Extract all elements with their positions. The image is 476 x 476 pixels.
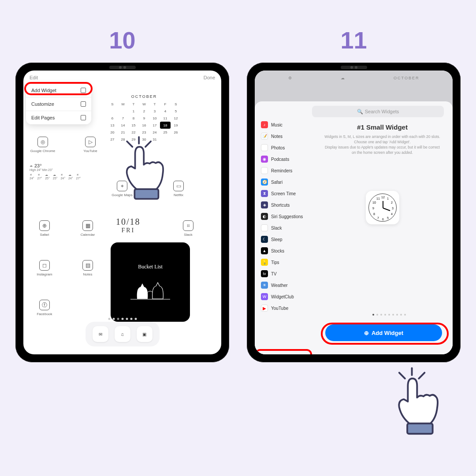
weather-widget[interactable]: ☁ 23° High 24° Min 23° ☀24°☀27°☁25°☁25°☀… — [30, 163, 100, 180]
sidebar-app-music[interactable]: ♪Music — [258, 119, 312, 130]
app-sidebar: ♪Music📝Notes❀Photos◉Podcasts☰Reminders🧭S… — [255, 101, 312, 354]
sidebar-app-stocks[interactable]: ▲Stocks — [258, 245, 312, 257]
svg-text:1: 1 — [387, 197, 389, 200]
svg-text:3: 3 — [392, 207, 394, 210]
app-notes[interactable]: ▤Notes — [73, 260, 103, 276]
bg-month: OCTOBER — [394, 76, 419, 80]
ipad-frame-10: Edit Done Add Widget Customize Edit Page… — [15, 63, 229, 362]
sidebar-app-sleep[interactable]: ☾Sleep — [258, 234, 312, 245]
sidebar-app-reminders[interactable]: ☰Reminders — [258, 165, 312, 176]
sidebar-app-safari[interactable]: 🧭Safari — [258, 176, 312, 188]
app-chrome[interactable]: ◎Google Chrome — [28, 137, 58, 153]
svg-rect-19 — [407, 424, 433, 434]
sidebar-app-weather[interactable]: ☀Weather — [258, 279, 312, 291]
sidebar-app-podcasts[interactable]: ◉Podcasts — [258, 153, 312, 165]
dock-mail-icon[interactable]: ✉ — [93, 326, 108, 342]
svg-rect-1 — [134, 189, 158, 199]
menu-customize[interactable]: Customize — [26, 97, 91, 111]
page-dots[interactable] — [108, 318, 137, 320]
svg-text:2: 2 — [391, 201, 393, 204]
svg-text:9: 9 — [372, 207, 374, 210]
menu-edit-pages-label: Edit Pages — [31, 115, 55, 120]
calendar-month: OCTOBER — [107, 94, 181, 99]
widget-picker-sheet: 🔍 Search Widgets ♪Music📝Notes❀Photos◉Pod… — [255, 101, 453, 354]
highlight-add-widget — [24, 82, 93, 95]
day-value: FRI — [116, 227, 141, 234]
app-instagram-label: Instagram — [37, 272, 52, 276]
svg-text:6: 6 — [382, 218, 384, 221]
menu-customize-label: Customize — [31, 101, 54, 107]
edit-button[interactable]: Edit — [30, 75, 38, 80]
svg-text:5: 5 — [387, 216, 389, 219]
highlight-widgetclub — [255, 349, 312, 354]
date-widget[interactable]: 10/18 FRI — [116, 217, 141, 234]
app-calendar[interactable]: ▦Calendar — [73, 220, 103, 237]
step-number-10: 10 — [109, 26, 135, 54]
app-notes-label: Notes — [83, 272, 93, 276]
sidebar-app-shortcuts[interactable]: ◈Shortcuts — [258, 199, 312, 211]
dock: ✉ ♫ ▣ — [86, 322, 160, 346]
menu-edit-pages[interactable]: Edit Pages — [26, 111, 91, 124]
sidebar-app-notes[interactable]: 📝Notes — [258, 130, 312, 142]
svg-line-18 — [383, 208, 390, 211]
app-safari-label: Safari — [40, 233, 49, 237]
app-facebook[interactable]: ⓕFacebook — [30, 300, 60, 316]
customize-icon — [81, 101, 86, 107]
app-instagram[interactable]: ◻Instagram — [30, 260, 60, 276]
svg-line-22 — [419, 373, 424, 379]
sidebar-app-slack[interactable]: ⌗Slack — [258, 222, 312, 234]
done-button[interactable]: Done — [204, 75, 215, 80]
widget-page-dots[interactable] — [372, 314, 406, 316]
app-facebook-label: Facebook — [37, 312, 52, 316]
sidebar-app-photos[interactable]: ❀Photos — [258, 142, 312, 153]
app-chrome-label: Google Chrome — [30, 149, 55, 153]
sidebar-app-tv[interactable]: tvTV — [258, 268, 312, 279]
bucket-widget[interactable]: Bucket List — [111, 242, 190, 322]
svg-text:7: 7 — [377, 216, 379, 219]
date-value: 10/18 — [116, 217, 141, 227]
app-slack-label: Slack — [184, 233, 193, 237]
app-youtube[interactable]: ▷YouTube — [75, 137, 105, 153]
sidebar-app-screen-time[interactable]: ⧗Screen Time — [258, 188, 312, 199]
app-slack[interactable]: ⌗Slack — [173, 220, 203, 237]
svg-line-4 — [145, 141, 151, 147]
weather-temp: 23° — [34, 163, 42, 168]
bucket-title: Bucket List — [138, 264, 163, 270]
svg-text:4: 4 — [391, 212, 393, 216]
app-calendar-label: Calendar — [81, 233, 95, 237]
widget-desc-1: Widgets in S, M, L sizes are arranged in… — [321, 134, 444, 145]
dock-photos-icon[interactable]: ▣ — [137, 326, 152, 342]
sidebar-app-youtube[interactable]: ▶YouTube — [258, 302, 312, 314]
svg-text:8: 8 — [373, 212, 375, 216]
hand-pointer-icon — [110, 135, 176, 207]
clock-widget-preview[interactable]: 123691245781011 — [366, 191, 399, 224]
weather-sub: High 24° Min 23° — [30, 168, 100, 171]
app-safari[interactable]: ⊕Safari — [30, 220, 60, 237]
ipad-frame-11: ⚙☁OCTOBER 🔍 Search Widgets ♪Music📝Notes❀… — [247, 63, 461, 362]
svg-text:12: 12 — [381, 196, 385, 199]
hand-pointer-icon-2 — [379, 366, 454, 443]
svg-line-2 — [127, 141, 132, 147]
dock-music-icon[interactable]: ♫ — [115, 326, 130, 342]
widget-title: #1 Small Widget — [321, 123, 444, 131]
svg-text:11: 11 — [376, 197, 380, 200]
pages-icon — [81, 115, 86, 120]
step-number-11: 11 — [340, 26, 367, 54]
widget-desc-2: Display issues due to Apple's updates ma… — [321, 145, 444, 156]
app-youtube-label: YouTube — [83, 149, 97, 153]
svg-line-20 — [399, 373, 405, 379]
sidebar-app-tips[interactable]: 💡Tips — [258, 257, 312, 268]
highlight-add-button — [321, 323, 449, 345]
sidebar-app-widgetclub[interactable]: WWidgetClub — [258, 291, 312, 302]
sidebar-app-siri-suggestions[interactable]: ◐Siri Suggestions — [258, 211, 312, 222]
svg-text:10: 10 — [372, 201, 376, 204]
